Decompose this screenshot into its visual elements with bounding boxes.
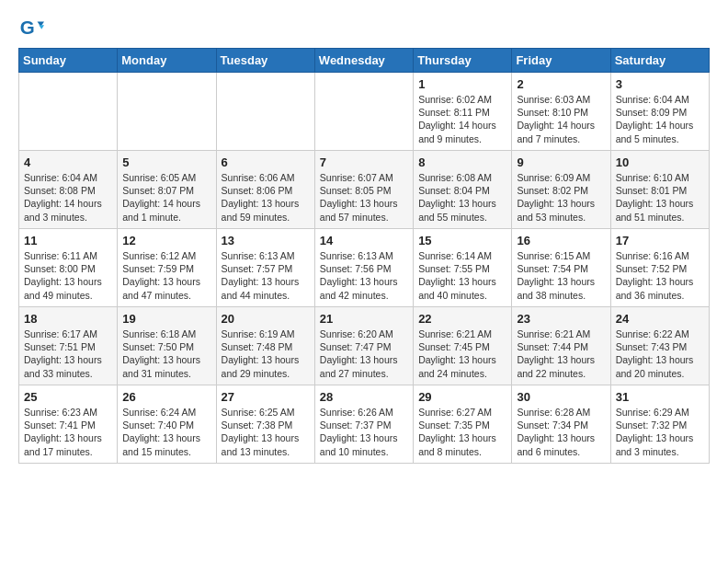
day-info: Sunrise: 6:20 AM Sunset: 7:47 PM Dayligh… (320, 327, 408, 380)
day-number: 16 (517, 234, 605, 247)
day-number: 3 (616, 77, 704, 91)
calendar-table: Sunday Monday Tuesday Wednesday Thursday… (18, 48, 710, 464)
calendar-cell: 26Sunrise: 6:24 AM Sunset: 7:40 PM Dayli… (118, 385, 216, 464)
calendar-cell: 1Sunrise: 6:02 AM Sunset: 8:11 PM Daylig… (414, 73, 512, 151)
day-info: Sunrise: 6:15 AM Sunset: 7:54 PM Dayligh… (517, 249, 605, 302)
calendar-cell: 21Sunrise: 6:20 AM Sunset: 7:47 PM Dayli… (314, 307, 413, 385)
day-number: 1 (418, 77, 506, 91)
day-number: 10 (616, 155, 704, 169)
day-number: 30 (517, 390, 605, 404)
day-info: Sunrise: 6:03 AM Sunset: 8:10 PM Dayligh… (517, 93, 605, 145)
day-info: Sunrise: 6:16 AM Sunset: 7:52 PM Dayligh… (616, 249, 704, 302)
calendar-cell: 22Sunrise: 6:21 AM Sunset: 7:45 PM Dayli… (414, 307, 512, 385)
calendar-cell: 31Sunrise: 6:29 AM Sunset: 7:32 PM Dayli… (610, 385, 709, 464)
calendar-cell: 7Sunrise: 6:07 AM Sunset: 8:05 PM Daylig… (314, 151, 413, 229)
day-info: Sunrise: 6:29 AM Sunset: 7:32 PM Dayligh… (616, 406, 704, 458)
day-info: Sunrise: 6:13 AM Sunset: 7:57 PM Dayligh… (222, 249, 310, 302)
day-info: Sunrise: 6:27 AM Sunset: 7:35 PM Dayligh… (418, 406, 506, 458)
calendar-cell: 11Sunrise: 6:11 AM Sunset: 8:00 PM Dayli… (19, 229, 118, 307)
day-number: 12 (122, 234, 210, 247)
header-friday: Friday (512, 49, 610, 73)
day-number: 18 (24, 312, 112, 326)
logo-icon: G (18, 15, 44, 40)
day-number: 27 (222, 390, 310, 404)
day-number: 29 (418, 390, 506, 404)
calendar-cell: 18Sunrise: 6:17 AM Sunset: 7:51 PM Dayli… (19, 307, 118, 385)
calendar-cell: 27Sunrise: 6:25 AM Sunset: 7:38 PM Dayli… (216, 385, 314, 464)
day-info: Sunrise: 6:10 AM Sunset: 8:01 PM Dayligh… (616, 171, 704, 224)
calendar-cell (19, 73, 118, 151)
day-info: Sunrise: 6:21 AM Sunset: 7:45 PM Dayligh… (418, 327, 506, 380)
calendar-cell: 4Sunrise: 6:04 AM Sunset: 8:08 PM Daylig… (19, 151, 118, 229)
logo: G (18, 15, 48, 40)
calendar-cell: 28Sunrise: 6:26 AM Sunset: 7:37 PM Dayli… (314, 385, 413, 464)
day-info: Sunrise: 6:04 AM Sunset: 8:08 PM Dayligh… (24, 171, 112, 224)
calendar-cell: 20Sunrise: 6:19 AM Sunset: 7:48 PM Dayli… (216, 307, 314, 385)
day-number: 26 (122, 390, 210, 404)
day-info: Sunrise: 6:19 AM Sunset: 7:48 PM Dayligh… (222, 327, 310, 380)
day-info: Sunrise: 6:21 AM Sunset: 7:44 PM Dayligh… (517, 327, 605, 380)
day-number: 21 (320, 312, 408, 326)
calendar-cell: 14Sunrise: 6:13 AM Sunset: 7:56 PM Dayli… (314, 229, 413, 307)
calendar-cell: 29Sunrise: 6:27 AM Sunset: 7:35 PM Dayli… (414, 385, 512, 464)
day-info: Sunrise: 6:06 AM Sunset: 8:06 PM Dayligh… (222, 171, 310, 224)
calendar-cell (216, 73, 314, 151)
svg-text:G: G (20, 17, 35, 38)
day-info: Sunrise: 6:07 AM Sunset: 8:05 PM Dayligh… (320, 171, 408, 224)
day-info: Sunrise: 6:05 AM Sunset: 8:07 PM Dayligh… (122, 171, 210, 224)
calendar-cell: 16Sunrise: 6:15 AM Sunset: 7:54 PM Dayli… (512, 229, 610, 307)
calendar-body: 1Sunrise: 6:02 AM Sunset: 8:11 PM Daylig… (19, 73, 710, 464)
day-number: 20 (222, 312, 310, 326)
day-info: Sunrise: 6:22 AM Sunset: 7:43 PM Dayligh… (616, 327, 704, 380)
header-saturday: Saturday (610, 49, 709, 73)
header-row: Sunday Monday Tuesday Wednesday Thursday… (19, 49, 710, 73)
day-number: 5 (122, 155, 210, 169)
day-number: 6 (222, 155, 310, 169)
calendar-week-4: 18Sunrise: 6:17 AM Sunset: 7:51 PM Dayli… (19, 307, 710, 385)
calendar-header: Sunday Monday Tuesday Wednesday Thursday… (19, 49, 710, 73)
day-number: 15 (418, 234, 506, 247)
calendar-cell: 12Sunrise: 6:12 AM Sunset: 7:59 PM Dayli… (118, 229, 216, 307)
calendar-cell: 19Sunrise: 6:18 AM Sunset: 7:50 PM Dayli… (118, 307, 216, 385)
header-tuesday: Tuesday (216, 49, 314, 73)
day-number: 17 (616, 234, 704, 247)
calendar-cell: 2Sunrise: 6:03 AM Sunset: 8:10 PM Daylig… (512, 73, 610, 151)
day-info: Sunrise: 6:23 AM Sunset: 7:41 PM Dayligh… (24, 406, 112, 458)
header-sunday: Sunday (19, 49, 118, 73)
calendar-week-1: 1Sunrise: 6:02 AM Sunset: 8:11 PM Daylig… (19, 73, 710, 151)
calendar-week-3: 11Sunrise: 6:11 AM Sunset: 8:00 PM Dayli… (19, 229, 710, 307)
day-number: 19 (122, 312, 210, 326)
day-info: Sunrise: 6:26 AM Sunset: 7:37 PM Dayligh… (320, 406, 408, 458)
day-number: 11 (24, 234, 112, 247)
day-number: 13 (222, 234, 310, 247)
header-thursday: Thursday (414, 49, 512, 73)
calendar-cell: 6Sunrise: 6:06 AM Sunset: 8:06 PM Daylig… (216, 151, 314, 229)
header-wednesday: Wednesday (314, 49, 413, 73)
day-number: 25 (24, 390, 112, 404)
calendar-cell: 25Sunrise: 6:23 AM Sunset: 7:41 PM Dayli… (19, 385, 118, 464)
day-info: Sunrise: 6:12 AM Sunset: 7:59 PM Dayligh… (122, 249, 210, 302)
day-info: Sunrise: 6:08 AM Sunset: 8:04 PM Dayligh… (418, 171, 506, 224)
calendar-week-2: 4Sunrise: 6:04 AM Sunset: 8:08 PM Daylig… (19, 151, 710, 229)
day-info: Sunrise: 6:24 AM Sunset: 7:40 PM Dayligh… (122, 406, 210, 458)
calendar-cell: 24Sunrise: 6:22 AM Sunset: 7:43 PM Dayli… (610, 307, 709, 385)
svg-marker-2 (39, 25, 44, 29)
day-number: 4 (24, 155, 112, 169)
calendar-cell (118, 73, 216, 151)
calendar-cell: 23Sunrise: 6:21 AM Sunset: 7:44 PM Dayli… (512, 307, 610, 385)
day-info: Sunrise: 6:09 AM Sunset: 8:02 PM Dayligh… (517, 171, 605, 224)
calendar-cell: 5Sunrise: 6:05 AM Sunset: 8:07 PM Daylig… (118, 151, 216, 229)
day-info: Sunrise: 6:04 AM Sunset: 8:09 PM Dayligh… (616, 93, 704, 145)
day-info: Sunrise: 6:18 AM Sunset: 7:50 PM Dayligh… (122, 327, 210, 380)
calendar-cell: 8Sunrise: 6:08 AM Sunset: 8:04 PM Daylig… (414, 151, 512, 229)
day-info: Sunrise: 6:02 AM Sunset: 8:11 PM Dayligh… (418, 93, 506, 145)
day-info: Sunrise: 6:25 AM Sunset: 7:38 PM Dayligh… (222, 406, 310, 458)
calendar-cell: 15Sunrise: 6:14 AM Sunset: 7:55 PM Dayli… (414, 229, 512, 307)
calendar-cell (314, 73, 413, 151)
calendar-cell: 9Sunrise: 6:09 AM Sunset: 8:02 PM Daylig… (512, 151, 610, 229)
day-number: 24 (616, 312, 704, 326)
day-info: Sunrise: 6:11 AM Sunset: 8:00 PM Dayligh… (24, 249, 112, 302)
day-info: Sunrise: 6:17 AM Sunset: 7:51 PM Dayligh… (24, 327, 112, 380)
page-header: G (18, 15, 710, 40)
day-info: Sunrise: 6:13 AM Sunset: 7:56 PM Dayligh… (320, 249, 408, 302)
